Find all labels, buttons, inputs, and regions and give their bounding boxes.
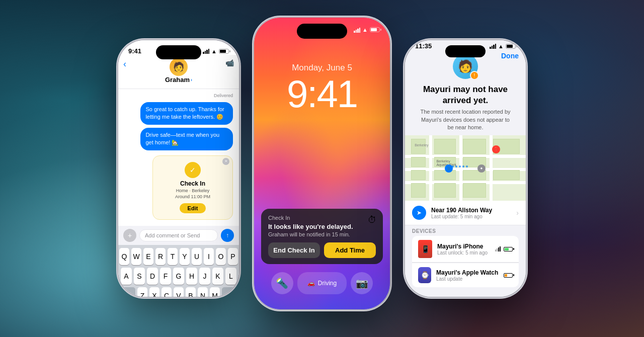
key-j[interactable]: J	[199, 268, 210, 285]
key-d[interactable]: D	[147, 268, 158, 285]
map-pin-destination: 📍	[492, 145, 500, 153]
map-block	[463, 139, 486, 154]
phone-findmy: 11:35 ▲ Done �	[405, 40, 526, 297]
key-z[interactable]: Z	[137, 287, 147, 297]
delivered-label: Delivered	[124, 93, 233, 98]
messages-body: Delivered So great to catch up. Thanks f…	[118, 89, 239, 226]
map-road	[459, 135, 462, 201]
device-name-watch: Mayuri's Apple Watch	[436, 269, 503, 276]
add-attachment-button[interactable]: +	[123, 229, 136, 242]
flashlight-icon: 🔦	[276, 277, 288, 289]
end-check-in-button[interactable]: End Check In	[268, 242, 320, 258]
map-container: Berkeley BerkeleyAquatic Park 📍 👤 ●	[405, 135, 526, 201]
map-pin-device: ●	[477, 164, 486, 173]
car-icon: 🚗	[307, 280, 315, 287]
flashlight-button[interactable]: 🔦	[271, 272, 293, 294]
phone-findmy-screen: 11:35 ▲ Done �	[405, 40, 526, 297]
key-s[interactable]: S	[134, 268, 145, 285]
camera-icon: 📷	[356, 277, 368, 289]
notif-buttons: End Check In Add Time	[268, 242, 376, 258]
device-time-iphone: Last unlock: 5 min ago	[437, 250, 495, 256]
message-input-area: + Add comment or Send ↑	[118, 226, 239, 245]
device-row-iphone[interactable]: 📱 Mayuri's iPhone Last unlock: 5 min ago	[412, 236, 519, 263]
key-w[interactable]: W	[131, 248, 141, 265]
driving-indicator: 🚗 Driving	[297, 272, 347, 294]
key-t[interactable]: T	[168, 248, 178, 265]
person-avatar: 🧑 !	[453, 54, 478, 79]
key-g[interactable]: G	[173, 268, 184, 285]
key-shift[interactable]: ⇧	[120, 287, 135, 297]
check-in-title: Check In	[159, 180, 226, 187]
messages-header: ‹ 🧑 Graham › 📹	[118, 55, 239, 89]
check-in-close-button[interactable]: ✕	[222, 158, 229, 165]
location-row: ➤ Near 190 Allston Way Last update: 5 mi…	[405, 201, 526, 225]
map-block	[463, 183, 486, 198]
notif-subtitle: Graham will be notified in 15 min.	[268, 231, 376, 237]
phone-lockscreen-screen: ▲ Monday, June 5 9:41 Check In It looks …	[254, 18, 390, 309]
alert-badge: !	[470, 71, 479, 80]
map-road	[490, 135, 493, 201]
battery-icon-3	[506, 44, 516, 49]
status-icons-2: ▲	[354, 27, 380, 33]
device-text-iphone: Mayuri's iPhone Last unlock: 5 min ago	[437, 243, 495, 256]
key-c[interactable]: C	[162, 287, 172, 297]
contact-avatar: 🧑	[170, 58, 188, 76]
key-u[interactable]: U	[192, 248, 202, 265]
key-h[interactable]: H	[186, 268, 197, 285]
phone-lockscreen: ▲ Monday, June 5 9:41 Check In It looks …	[254, 18, 390, 309]
key-m[interactable]: M	[210, 287, 220, 297]
lock-time: 9:41	[254, 75, 390, 113]
key-y[interactable]: Y	[180, 248, 190, 265]
status-icons-3: ▲	[490, 43, 516, 49]
key-f[interactable]: F	[160, 268, 171, 285]
video-button[interactable]: 📹	[225, 59, 234, 67]
key-v[interactable]: V	[174, 287, 184, 297]
device-name-iphone: Mayuri's iPhone	[437, 243, 495, 250]
key-n[interactable]: N	[198, 287, 208, 297]
key-e[interactable]: E	[143, 248, 153, 265]
map-block	[434, 139, 456, 154]
key-b[interactable]: B	[186, 287, 196, 297]
contact-name: Graham ›	[165, 76, 192, 83]
key-q[interactable]: Q	[119, 248, 129, 265]
keyboard: Q W E R T Y U I O P A S D F G	[118, 245, 239, 297]
key-k[interactable]: K	[212, 268, 223, 285]
key-r[interactable]: R	[155, 248, 166, 265]
keyboard-row-3: ⇧ Z X C V B N M ⌫	[120, 287, 237, 297]
key-l[interactable]: L	[225, 268, 236, 285]
message-input[interactable]: Add comment or Send	[139, 229, 218, 241]
dynamic-island-1	[156, 45, 201, 59]
key-x[interactable]: X	[149, 287, 159, 297]
map-label-berkeley: Berkeley	[415, 143, 428, 147]
back-button[interactable]: ‹	[123, 59, 126, 69]
signal-icon-1	[203, 48, 209, 54]
key-i[interactable]: I	[204, 248, 214, 265]
lock-screen-background: ▲ Monday, June 5 9:41 Check In It looks …	[254, 18, 390, 309]
device-row-watch[interactable]: ⌚ Mayuri's Apple Watch Last update	[412, 263, 519, 287]
wifi-icon-3: ▲	[498, 43, 504, 49]
device-battery-iphone	[504, 247, 513, 251]
camera-button[interactable]: 📷	[351, 272, 373, 294]
status-time-3: 11:35	[415, 42, 432, 50]
location-chevron-icon[interactable]: ›	[516, 209, 519, 217]
key-delete[interactable]: ⌫	[222, 287, 237, 297]
done-button[interactable]: Done	[501, 52, 519, 60]
send-button[interactable]: ↑	[221, 229, 234, 242]
key-a[interactable]: A	[121, 268, 132, 285]
check-in-icon: ✓	[185, 162, 201, 178]
message-bubble-2: Drive safe—text me when you get home! 🏡	[140, 128, 233, 150]
map-block	[411, 157, 426, 167]
keyboard-row-2: A S D F G H J K L	[120, 268, 237, 285]
key-p[interactable]: P	[228, 248, 238, 265]
phone-messages: 9:41 ▲ ‹ 🧑	[118, 40, 239, 297]
device-time-watch: Last update	[436, 276, 503, 282]
check-in-edit-button[interactable]: Edit	[180, 203, 206, 213]
add-time-button[interactable]: Add Time	[324, 242, 376, 258]
map-block	[434, 170, 456, 180]
phones-container: 9:41 ▲ ‹ 🧑	[0, 0, 644, 337]
location-address: Near 190 Allston Way	[431, 207, 516, 214]
device-battery-watch	[504, 273, 513, 278]
findmy-header: Done 🧑 ! Mayuri may not have arrived yet…	[405, 50, 526, 135]
key-o[interactable]: O	[216, 248, 226, 265]
map-route	[448, 165, 468, 167]
